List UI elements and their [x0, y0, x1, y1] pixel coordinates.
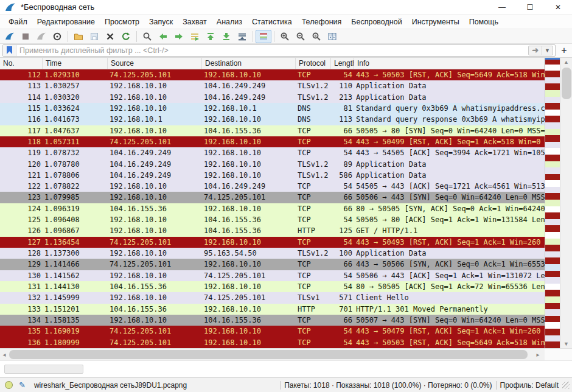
packet-row[interactable]: 1321.145999192.168.10.1074.125.205.101TL… [0, 292, 545, 303]
horizontal-scrollbar-row: ◂ ▸ [0, 348, 572, 360]
cell-time: 1.141466 [43, 259, 108, 270]
menu-item[interactable]: Анализ [212, 16, 247, 28]
menu-item[interactable]: Беспроводной [346, 16, 406, 28]
apply-filter-button[interactable]: ➜ ▼ [528, 46, 553, 55]
expert-info-icon[interactable] [5, 381, 13, 389]
menu-item[interactable]: Запуск [144, 16, 178, 28]
capture-comment-icon[interactable]: ✎ [19, 380, 26, 390]
packet-row[interactable]: 1311.144130104.16.155.36192.168.10.10TCP… [0, 281, 545, 292]
scroll-up-icon[interactable]: ▲ [560, 58, 572, 66]
packet-row[interactable]: 1361.18099974.125.205.101192.168.10.10TC… [0, 337, 545, 348]
column-header-no[interactable]: No. [0, 58, 43, 69]
packet-row[interactable]: 1181.05731174.125.205.101192.168.10.10TC… [0, 136, 545, 147]
filter-dropdown-caret-icon[interactable]: ▼ [542, 46, 553, 55]
stop-capture-icon[interactable] [18, 30, 33, 43]
menu-item[interactable]: Просмотр [100, 16, 144, 28]
packet-row[interactable]: 1241.096319104.16.155.36192.168.10.10TCP… [0, 203, 545, 214]
zoom-out-icon[interactable] [293, 30, 309, 43]
resize-grip[interactable] [562, 382, 570, 389]
cell-no: 130 [0, 270, 43, 281]
scroll-right-icon[interactable]: ▸ [534, 349, 542, 360]
cell-no: 126 [0, 225, 43, 236]
packet-row[interactable]: 1211.078806104.16.249.249192.168.10.10TL… [0, 170, 545, 181]
packet-row[interactable]: 1201.078780104.16.249.249192.168.10.10TL… [0, 159, 545, 170]
column-header-info[interactable]: Info [354, 58, 545, 69]
cell-destination: 104.16.155.36 [202, 315, 296, 326]
scroll-down-icon[interactable]: ▼ [560, 340, 572, 348]
go-forward-icon[interactable] [171, 30, 187, 43]
resize-columns-icon[interactable] [324, 30, 340, 43]
menu-item[interactable]: Телефония [297, 16, 347, 28]
packet-row[interactable]: 1331.151201104.16.155.36192.168.10.10HTT… [0, 304, 545, 315]
packet-row[interactable]: 1291.14146674.125.205.101192.168.10.10TC… [0, 259, 545, 270]
save-file-icon[interactable] [86, 30, 102, 43]
profile-label[interactable]: Профиль: Default [500, 381, 559, 390]
go-to-packet-icon[interactable] [187, 30, 203, 43]
menu-item[interactable]: Статистика [247, 16, 297, 28]
zoom-normal-icon[interactable] [309, 30, 324, 43]
colorize-packets-icon[interactable] [256, 30, 271, 43]
display-filter-input[interactable] [16, 46, 528, 55]
packet-row[interactable]: 1231.079985192.168.10.1074.125.205.101TC… [0, 192, 545, 203]
packet-row[interactable]: 1151.033624192.168.10.10192.168.10.1DNS8… [0, 103, 545, 114]
packet-row[interactable]: 1251.096408192.168.10.10104.16.155.36TCP… [0, 214, 545, 225]
vertical-scrollbar[interactable]: ▲ ▼ [560, 58, 572, 348]
cell-info: 443 → 50503 [RST, ACK] Seq=5649 Ack=518 … [354, 337, 545, 348]
column-header-length[interactable]: Length [331, 58, 354, 69]
zoom-in-icon[interactable] [277, 30, 293, 43]
scroll-left-icon[interactable]: ◂ [0, 349, 9, 360]
horizontal-scrollbar-thumb[interactable] [9, 350, 528, 359]
maximize-icon[interactable]: ☐ [516, 0, 544, 14]
packet-row[interactable]: 1301.141562192.168.10.1074.125.205.101TC… [0, 270, 545, 281]
vertical-scrollbar-thumb[interactable] [562, 68, 571, 99]
reload-file-icon[interactable] [118, 30, 134, 43]
packet-row[interactable]: 1221.078822192.168.10.10104.16.249.249TC… [0, 181, 545, 192]
go-back-icon[interactable] [155, 30, 171, 43]
menu-item[interactable]: Редактирование [32, 16, 100, 28]
apply-filter-arrow-icon[interactable]: ➜ [529, 46, 542, 55]
minimap[interactable] [545, 58, 560, 348]
menu-item[interactable]: Файл [4, 16, 32, 28]
cell-time: 1.144130 [43, 281, 108, 292]
capture-options-icon[interactable] [49, 30, 65, 43]
cell-protocol: TCP [296, 125, 331, 136]
go-to-bottom-icon[interactable] [218, 30, 234, 43]
packet-row[interactable]: 1141.030320192.168.10.10104.16.249.249TL… [0, 92, 545, 103]
close-file-icon[interactable] [102, 30, 118, 43]
close-icon[interactable]: ✕ [544, 0, 572, 14]
packet-row[interactable]: 1281.137300192.168.10.1095.163.54.50TLSv… [0, 248, 545, 259]
restart-capture-icon[interactable] [33, 30, 49, 43]
packet-row[interactable]: 1341.158135192.168.10.10104.16.155.36TCP… [0, 315, 545, 326]
column-header-protocol[interactable]: Protocol [296, 58, 331, 69]
column-header-destination[interactable]: Destination [202, 58, 296, 69]
cell-destination: 192.168.10.10 [202, 147, 296, 158]
menu-item[interactable]: Инструменты [407, 16, 464, 28]
open-file-icon[interactable] [71, 30, 86, 43]
packet-row[interactable]: 1121.02931074.125.205.101192.168.10.10TC… [0, 69, 545, 80]
menu-item[interactable]: Помощь [464, 16, 503, 28]
cell-length: 66 [331, 125, 354, 136]
menu-item[interactable]: Захват [178, 16, 212, 28]
auto-scroll-icon[interactable] [234, 30, 250, 43]
packet-row[interactable]: 1131.030257192.168.10.10104.16.249.249TL… [0, 80, 545, 91]
packet-row[interactable]: 1161.041673192.168.10.1192.168.10.10DNS1… [0, 114, 545, 125]
horizontal-scrollbar[interactable]: ◂ ▸ [0, 349, 545, 360]
cell-no: 134 [0, 315, 43, 326]
cell-protocol: TCP [296, 203, 331, 214]
packet-row[interactable]: 1191.078732104.16.249.249192.168.10.10TC… [0, 147, 545, 158]
packet-row[interactable]: 1261.096867192.168.10.10104.16.155.36HTT… [0, 225, 545, 236]
minimize-icon[interactable]: — [488, 0, 516, 14]
column-header-time[interactable]: Time [43, 58, 108, 69]
find-packet-icon[interactable] [139, 30, 155, 43]
cell-source: 104.16.155.36 [108, 304, 202, 315]
start-capture-icon[interactable] [2, 30, 18, 43]
packet-row[interactable]: 1171.047637192.168.10.10104.16.155.36TCP… [0, 125, 545, 136]
filter-bookmark-icon[interactable] [3, 45, 16, 56]
packet-row[interactable]: 1351.16901974.125.205.101192.168.10.10TC… [0, 326, 545, 337]
packet-row[interactable]: 1271.13645474.125.205.101192.168.10.10TC… [0, 237, 545, 248]
column-header-source[interactable]: Source [108, 58, 202, 69]
add-filter-button[interactable]: + [559, 45, 570, 56]
minimap-stripe [545, 206, 560, 213]
go-to-top-icon[interactable] [203, 30, 218, 43]
toolbar-separator [136, 31, 137, 42]
